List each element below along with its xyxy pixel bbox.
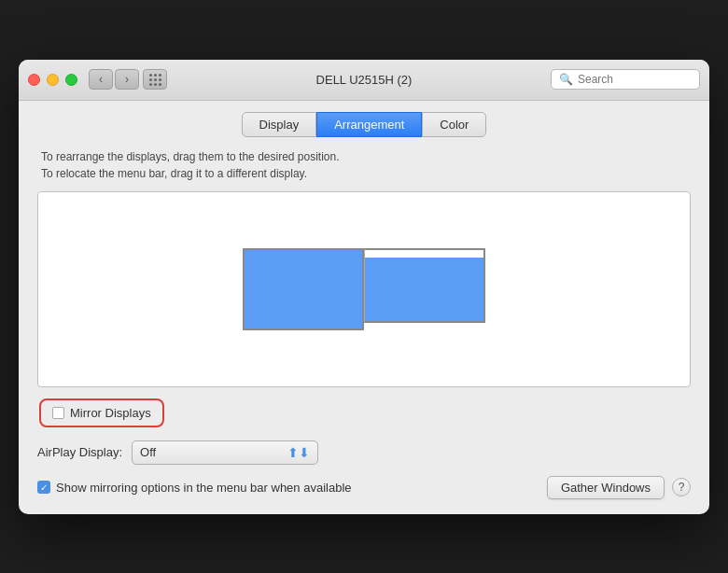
gather-windows-button[interactable]: Gather Windows	[547, 476, 665, 499]
help-button[interactable]: ?	[672, 478, 691, 496]
titlebar: ‹ › DELL U2515H (2) 🔍	[19, 60, 709, 101]
mirror-section: Mirror Displays	[37, 398, 691, 440]
mirror-displays-checkbox[interactable]	[52, 407, 64, 419]
show-mirroring-checkbox[interactable]	[37, 481, 50, 494]
right-buttons: Gather Windows ?	[547, 476, 691, 499]
search-input[interactable]	[578, 73, 692, 86]
description-line1: To rearrange the displays, drag them to …	[41, 148, 691, 165]
mirror-displays-container[interactable]: Mirror Displays	[39, 398, 164, 427]
airplay-row: AirPlay Display: Off ⬆⬇	[37, 440, 691, 465]
apps-grid-icon	[149, 74, 161, 86]
airplay-select-arrow-icon: ⬆⬇	[287, 445, 310, 460]
tab-color[interactable]: Color	[422, 112, 486, 137]
show-mirroring-label: Show mirroring options in the menu bar w…	[56, 481, 352, 495]
forward-button[interactable]: ›	[115, 69, 139, 90]
mirror-displays-label: Mirror Displays	[70, 406, 151, 420]
show-mirroring-row: Show mirroring options in the menu bar w…	[37, 481, 352, 495]
content-area: Display Arrangement Color To rearrange t…	[19, 101, 709, 514]
search-box[interactable]: 🔍	[551, 69, 700, 90]
apps-button[interactable]	[143, 69, 167, 90]
bottom-row: Show mirroring options in the menu bar w…	[37, 476, 691, 499]
monitor-left[interactable]	[243, 248, 364, 330]
back-button[interactable]: ‹	[89, 69, 113, 90]
minimize-button[interactable]	[47, 74, 59, 86]
window-title: DELL U2515H (2)	[316, 73, 413, 87]
nav-buttons: ‹ ›	[89, 69, 139, 90]
tab-arrangement[interactable]: Arrangement	[316, 112, 422, 137]
monitor-arrangement	[243, 248, 485, 330]
airplay-select[interactable]: Off ⬆⬇	[132, 440, 318, 465]
monitor-right[interactable]	[364, 248, 485, 323]
maximize-button[interactable]	[65, 74, 77, 86]
search-icon: 🔍	[559, 73, 573, 86]
airplay-label: AirPlay Display:	[37, 445, 122, 459]
airplay-value: Off	[140, 445, 156, 459]
display-arrangement-area	[37, 191, 691, 387]
traffic-lights	[28, 74, 77, 86]
description-text: To rearrange the displays, drag them to …	[37, 148, 691, 182]
description-line2: To relocate the menu bar, drag it to a d…	[41, 165, 691, 182]
main-window: ‹ › DELL U2515H (2) 🔍 Display Arrangemen…	[19, 60, 709, 514]
close-button[interactable]	[28, 74, 40, 86]
tab-bar: Display Arrangement Color	[37, 112, 691, 137]
tab-display[interactable]: Display	[242, 112, 317, 137]
